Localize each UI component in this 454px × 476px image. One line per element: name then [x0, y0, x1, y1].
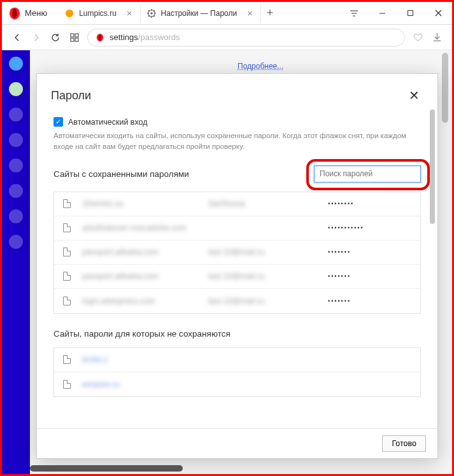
forward-button[interactable]: [30, 31, 43, 44]
svg-point-1: [12, 8, 17, 18]
address-prefix: settings: [110, 32, 138, 42]
username: last-10@mail.ru: [208, 272, 316, 281]
auto-login-checkbox[interactable]: ✓: [53, 117, 63, 127]
svg-rect-22: [71, 38, 74, 41]
site-name: 1themes.su: [82, 199, 197, 208]
site-name: login.aliexpress.com: [82, 297, 197, 305]
password-row[interactable]: passport.alibaba.comlast-10@mail.ru•••••…: [54, 265, 420, 289]
site-name: passport.alibaba.com: [82, 248, 197, 256]
never-saved-list: id.lite.1amazon.ru: [53, 347, 421, 397]
menu-button[interactable]: Меню: [25, 8, 55, 18]
svg-point-2: [66, 9, 73, 17]
modal-scrollbar[interactable]: [430, 109, 435, 414]
password-dots: •••••••••••: [328, 225, 411, 231]
saved-passwords-header: Сайты с сохраненными паролями: [53, 165, 421, 183]
sidebar-item-icon[interactable]: [9, 184, 23, 198]
never-row[interactable]: id.lite.1: [54, 348, 420, 372]
done-button[interactable]: Готово: [382, 435, 426, 452]
browser-window: Меню Lumpics.ru × Настройки — Пароли × +: [2, 2, 452, 474]
site-icon: [63, 355, 71, 364]
page-scrollbar[interactable]: [441, 50, 450, 474]
sidebar: [2, 50, 30, 474]
site-icon: [63, 297, 71, 305]
favicon-lumpics-icon: [65, 9, 74, 18]
easy-setup-icon[interactable]: [340, 2, 368, 24]
never-saved-title: Сайты, пароли для которых не сохраняются: [53, 329, 421, 339]
svg-rect-23: [75, 38, 78, 41]
new-tab-button[interactable]: +: [261, 6, 279, 20]
tab-label: Lumpics.ru: [79, 9, 117, 18]
auto-login-row[interactable]: ✓ Автоматический вход: [53, 117, 421, 127]
password-dots: •••••••: [328, 273, 411, 279]
tab-settings-passwords[interactable]: Настройки — Пароли ×: [141, 4, 261, 23]
saved-passwords-list: 1themes.suSanNoosa••••••••adsdistancer-n…: [53, 192, 421, 314]
site-icon: [63, 223, 71, 232]
password-row[interactable]: adsdistancer-now.adobe.com•••••••••••: [54, 216, 420, 241]
address-bar: settings/passwords: [2, 25, 452, 50]
modal-footer: Готово: [37, 428, 437, 458]
auto-login-description: Автоматически входить на сайты, использу…: [53, 130, 421, 153]
passwords-modal: Пароли ✕ ✓ Автоматический вход Автоматич…: [36, 73, 438, 459]
sidebar-item-icon[interactable]: [9, 158, 23, 172]
modal-close-button[interactable]: ✕: [404, 85, 425, 106]
minimize-button[interactable]: [368, 2, 396, 24]
sidebar-item-icon[interactable]: [9, 133, 23, 147]
details-link[interactable]: Подробнее...: [238, 62, 283, 71]
content-area: Подробнее... Пароли ✕ ✓ Автоматический в…: [2, 50, 452, 474]
password-row[interactable]: login.aliexpress.comlast-10@mail.ru•••••…: [54, 289, 420, 313]
username: last-10@mail.ru: [208, 248, 316, 256]
tab-lumpics[interactable]: Lumpics.ru ×: [59, 4, 140, 23]
sidebar-whatsapp-icon[interactable]: [9, 82, 23, 96]
svg-rect-20: [71, 34, 74, 37]
password-row[interactable]: 1themes.suSanNoosa••••••••: [54, 192, 420, 216]
horizontal-scrollbar[interactable]: [30, 465, 441, 472]
saved-passwords-title: Сайты с сохраненными паролями: [53, 169, 189, 179]
svg-point-25: [99, 34, 101, 41]
username: last-10@mail.ru: [208, 297, 316, 305]
tab-close-icon[interactable]: ×: [247, 8, 253, 18]
titlebar: Меню Lumpics.ru × Настройки — Пароли × +: [2, 2, 452, 25]
maximize-button[interactable]: [396, 2, 424, 24]
password-dots: ••••••••: [328, 200, 411, 207]
site-name: id.lite.1: [82, 355, 197, 364]
site-icon: [63, 199, 71, 208]
modal-body: ✓ Автоматический вход Автоматически вход…: [37, 109, 437, 428]
never-row[interactable]: amazon.ru: [54, 372, 420, 396]
site-name: amazon.ru: [82, 380, 197, 389]
site-icon: [63, 272, 71, 281]
password-search-input[interactable]: [314, 165, 421, 183]
username: SanNoosa: [208, 199, 316, 208]
opera-o-icon: [96, 33, 104, 42]
back-button[interactable]: [11, 31, 24, 44]
site-name: passport.alibaba.com: [82, 272, 197, 281]
password-dots: •••••••: [328, 298, 411, 304]
password-dots: •••••••: [328, 249, 411, 255]
address-input[interactable]: settings/passwords: [87, 29, 405, 46]
sidebar-messenger-icon[interactable]: [9, 57, 23, 71]
site-name: adsdistancer-now.adobe.com: [82, 223, 197, 232]
reload-button[interactable]: [49, 31, 62, 44]
tab-strip: Lumpics.ru × Настройки — Пароли × +: [59, 2, 340, 24]
svg-rect-21: [75, 34, 78, 37]
gear-icon: [147, 9, 156, 18]
modal-header: Пароли ✕: [37, 74, 437, 109]
auto-login-label: Автоматический вход: [68, 118, 148, 127]
sidebar-item-icon[interactable]: [9, 235, 23, 249]
address-path: /passwords: [138, 32, 180, 42]
speed-dial-button[interactable]: [68, 31, 81, 44]
bookmark-heart-icon[interactable]: [411, 31, 424, 44]
window-controls: [340, 2, 452, 24]
svg-rect-17: [408, 11, 413, 16]
tab-label: Настройки — Пароли: [161, 9, 238, 18]
sidebar-item-icon[interactable]: [9, 209, 23, 223]
site-icon: [63, 380, 71, 389]
tab-close-icon[interactable]: ×: [127, 8, 132, 18]
search-wrap: [314, 165, 421, 183]
modal-title: Пароли: [51, 89, 91, 102]
svg-point-4: [150, 12, 153, 15]
password-row[interactable]: passport.alibaba.comlast-10@mail.ru•••••…: [54, 241, 420, 265]
site-icon: [63, 248, 71, 256]
close-window-button[interactable]: [424, 2, 452, 24]
sidebar-item-icon[interactable]: [9, 108, 23, 122]
download-icon[interactable]: [430, 31, 443, 44]
